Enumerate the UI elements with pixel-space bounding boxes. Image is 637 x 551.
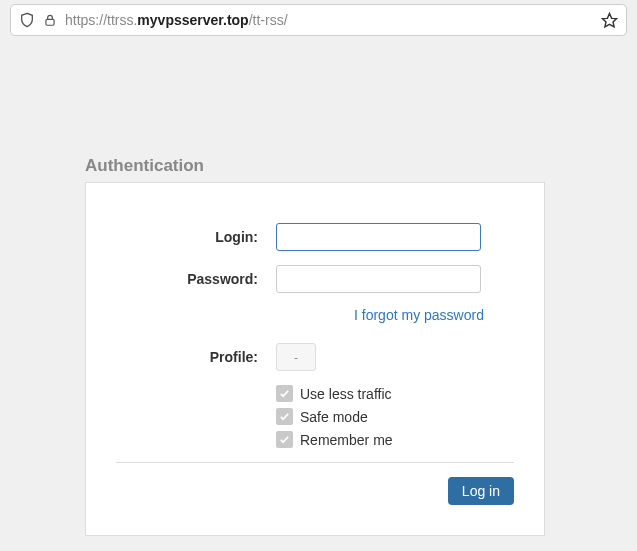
svg-rect-0 (46, 19, 54, 25)
divider (116, 462, 514, 463)
lock-icon (43, 13, 57, 27)
login-input[interactable] (276, 223, 481, 251)
url-text[interactable]: https://ttrss.myvpsserver.top/tt-rss/ (65, 12, 593, 28)
safemode-label: Safe mode (300, 409, 368, 425)
forgot-row: I forgot my password (116, 307, 514, 323)
svg-marker-1 (602, 13, 616, 26)
url-domain: myvpsserver.top (137, 12, 248, 28)
panel-title: Authentication (85, 156, 545, 176)
profile-label: Profile: (116, 349, 276, 365)
login-row: Login: (116, 223, 514, 251)
login-button[interactable]: Log in (448, 477, 514, 505)
safemode-checkbox[interactable] (276, 408, 293, 425)
profile-row: Profile: - (116, 343, 514, 371)
address-bar[interactable]: https://ttrss.myvpsserver.top/tt-rss/ (10, 4, 627, 36)
url-prefix: https://ttrss. (65, 12, 137, 28)
login-label: Login: (116, 229, 276, 245)
star-icon[interactable] (601, 12, 618, 29)
auth-panel-wrap: Authentication Login: Password: I forgot… (85, 156, 545, 536)
useless-traffic-checkbox[interactable] (276, 385, 293, 402)
remember-row: Remember me (116, 431, 514, 448)
button-row: Log in (116, 477, 514, 505)
password-input[interactable] (276, 265, 481, 293)
password-label: Password: (116, 271, 276, 287)
useless-traffic-row: Use less traffic (116, 385, 514, 402)
forgot-password-link[interactable]: I forgot my password (354, 307, 484, 323)
safemode-row: Safe mode (116, 408, 514, 425)
profile-selected-value: - (294, 351, 298, 363)
useless-traffic-label: Use less traffic (300, 386, 392, 402)
remember-label: Remember me (300, 432, 393, 448)
remember-checkbox[interactable] (276, 431, 293, 448)
auth-panel: Login: Password: I forgot my password Pr… (85, 182, 545, 536)
password-row: Password: (116, 265, 514, 293)
url-path: /tt-rss/ (249, 12, 288, 28)
profile-select[interactable]: - (276, 343, 316, 371)
shield-icon (19, 12, 35, 28)
